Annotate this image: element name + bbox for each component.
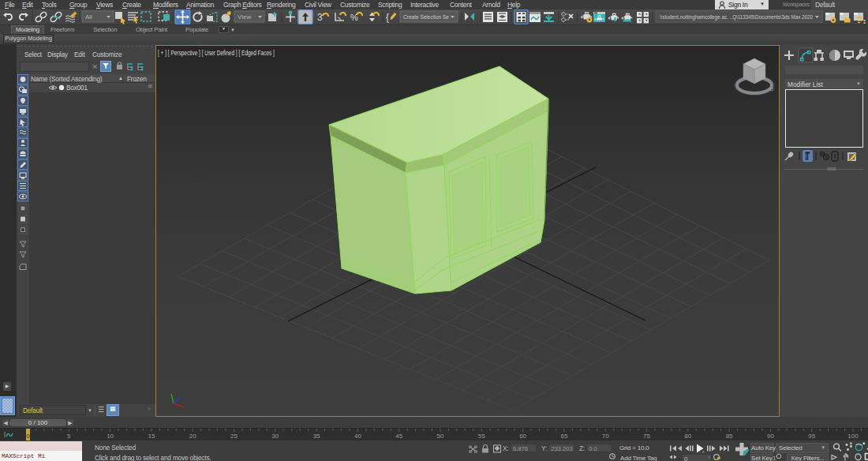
svg-text:35: 35	[313, 433, 320, 440]
svg-text:\\student.nottinghamcollege.ac: \\student.nottinghamcollege.ac. ..Q\1133…	[660, 13, 813, 21]
svg-text:40: 40	[354, 433, 361, 440]
svg-text:100: 100	[847, 433, 859, 440]
svg-text:45: 45	[395, 433, 402, 440]
svg-text:25: 25	[230, 433, 238, 440]
svg-text:1: 1	[773, 455, 776, 461]
svg-text:80: 80	[684, 433, 691, 440]
svg-text:90: 90	[767, 433, 774, 440]
svg-text:3: 3	[317, 12, 323, 23]
svg-text:55: 55	[478, 433, 485, 440]
svg-text:85: 85	[726, 433, 733, 440]
svg-text:60: 60	[519, 433, 526, 440]
svg-text:75: 75	[643, 433, 650, 440]
svg-text:0: 0	[26, 433, 30, 440]
svg-text:30: 30	[271, 433, 279, 440]
svg-text:50: 50	[437, 433, 444, 440]
svg-text:15: 15	[148, 433, 155, 440]
svg-text:5: 5	[67, 433, 71, 440]
svg-text:70: 70	[602, 433, 609, 440]
svg-text:95: 95	[808, 433, 815, 440]
svg-text:65: 65	[560, 433, 567, 440]
svg-text:10: 10	[107, 433, 114, 440]
svg-text:Create Selection Se: Create Selection Se	[403, 13, 449, 21]
svg-text:{: {	[386, 12, 389, 23]
svg-text:All: All	[85, 13, 92, 21]
svg-text:20: 20	[189, 433, 196, 440]
svg-text:View: View	[238, 13, 251, 21]
